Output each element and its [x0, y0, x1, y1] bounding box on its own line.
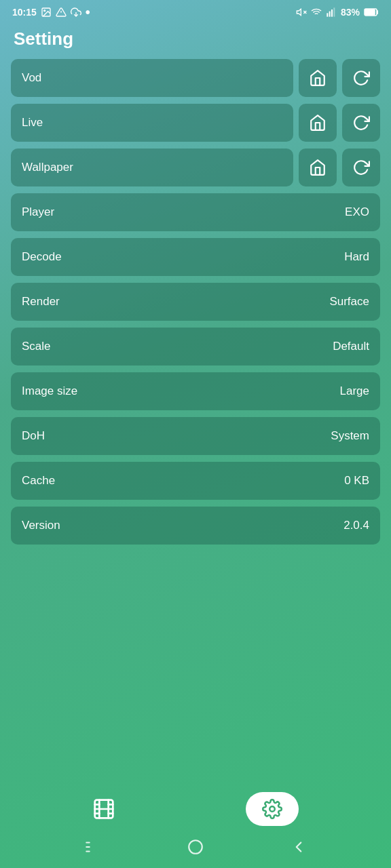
svg-rect-9 [327, 13, 328, 16]
setting-row-decode: DecodeHard [11, 238, 380, 276]
setting-label-doh: DoH [22, 429, 45, 443]
refresh-btn-wallpaper[interactable] [342, 149, 380, 186]
setting-label-live: Live [22, 116, 43, 130]
setting-row-version: Version2.0.4 [11, 507, 380, 545]
history-btn-live[interactable] [342, 104, 380, 142]
mute-icon [296, 7, 307, 18]
setting-item-scale[interactable]: ScaleDefault [11, 328, 380, 366]
setting-label-decode: Decode [22, 250, 62, 264]
battery-percent: 83% [341, 7, 360, 18]
setting-row-vod: Vod [11, 59, 380, 97]
back-button[interactable] [290, 838, 308, 856]
setting-label-cache: Cache [22, 474, 55, 488]
wifi-icon [311, 7, 322, 18]
svg-point-27 [189, 840, 202, 854]
setting-row-render: RenderSurface [11, 283, 380, 321]
home-circle-icon [187, 838, 204, 856]
settings-icon [262, 799, 282, 819]
back-icon [290, 838, 308, 856]
system-nav [0, 833, 391, 868]
battery-icon [364, 8, 379, 16]
download-icon [71, 7, 81, 18]
settings-nav-button[interactable] [246, 792, 299, 826]
svg-rect-14 [365, 9, 375, 15]
photo-icon [41, 7, 52, 18]
film-icon [93, 798, 115, 820]
recents-button[interactable] [83, 838, 101, 856]
refresh-icon [352, 159, 370, 176]
setting-value-decode: Hard [344, 250, 369, 264]
home-btn-vod[interactable] [299, 59, 337, 97]
setting-row-live: Live [11, 104, 380, 142]
home-btn-live[interactable] [299, 104, 337, 142]
home-icon [309, 69, 327, 87]
history-icon [352, 69, 370, 87]
status-right: 83% [296, 7, 379, 18]
alert-icon [56, 7, 67, 18]
setting-value-player: EXO [345, 205, 369, 219]
setting-value-version: 2.0.4 [343, 519, 369, 532]
setting-value-scale: Default [333, 340, 369, 353]
setting-item-decode[interactable]: DecodeHard [11, 238, 380, 276]
setting-row-cache: Cache0 KB [11, 462, 380, 500]
svg-point-23 [269, 806, 275, 812]
setting-item-live[interactable]: Live [11, 104, 293, 142]
settings-list: VodLiveWallpaperPlayerEXODecodeHardRende… [0, 59, 391, 664]
setting-value-render: Surface [329, 295, 369, 309]
setting-label-render: Render [22, 295, 60, 309]
home-icon [309, 114, 327, 132]
signal-icon [326, 7, 337, 18]
page-title: Setting [0, 22, 391, 59]
recents-icon [83, 838, 101, 856]
setting-item-version[interactable]: Version2.0.4 [11, 507, 380, 545]
time: 10:15 [12, 7, 37, 18]
svg-marker-5 [297, 9, 301, 15]
setting-label-player: Player [22, 205, 54, 219]
setting-label-wallpaper: Wallpaper [22, 161, 73, 174]
setting-item-player[interactable]: PlayerEXO [11, 193, 380, 231]
history-icon [352, 114, 370, 132]
setting-item-image-size[interactable]: Image sizeLarge [11, 372, 380, 410]
home-icon [309, 159, 327, 176]
setting-row-image-size: Image sizeLarge [11, 372, 380, 410]
setting-value-cache: 0 KB [344, 474, 369, 488]
dot-indicator: • [86, 5, 90, 19]
setting-row-scale: ScaleDefault [11, 328, 380, 366]
setting-row-doh: DoHSystem [11, 417, 380, 455]
home-button[interactable] [187, 838, 204, 856]
home-btn-wallpaper[interactable] [299, 149, 337, 186]
setting-item-vod[interactable]: Vod [11, 59, 293, 97]
setting-item-cache[interactable]: Cache0 KB [11, 462, 380, 500]
svg-rect-11 [331, 9, 333, 17]
history-btn-vod[interactable] [342, 59, 380, 97]
svg-point-1 [43, 10, 45, 12]
setting-label-vod: Vod [22, 71, 41, 85]
bottom-nav [0, 783, 391, 833]
setting-label-scale: Scale [22, 340, 51, 353]
setting-item-render[interactable]: RenderSurface [11, 283, 380, 321]
setting-row-wallpaper: Wallpaper [11, 149, 380, 186]
setting-row-player: PlayerEXO [11, 193, 380, 231]
svg-rect-12 [333, 7, 335, 16]
setting-value-doh: System [331, 429, 369, 443]
setting-value-image-size: Large [340, 384, 369, 398]
status-left: 10:15 • [12, 5, 90, 19]
setting-label-version: Version [22, 519, 60, 532]
setting-item-wallpaper[interactable]: Wallpaper [11, 149, 293, 186]
status-bar: 10:15 • 83% [0, 0, 391, 22]
svg-rect-10 [329, 12, 331, 17]
film-nav-button[interactable] [93, 798, 115, 820]
setting-item-doh[interactable]: DoHSystem [11, 417, 380, 455]
setting-label-image-size: Image size [22, 384, 77, 398]
